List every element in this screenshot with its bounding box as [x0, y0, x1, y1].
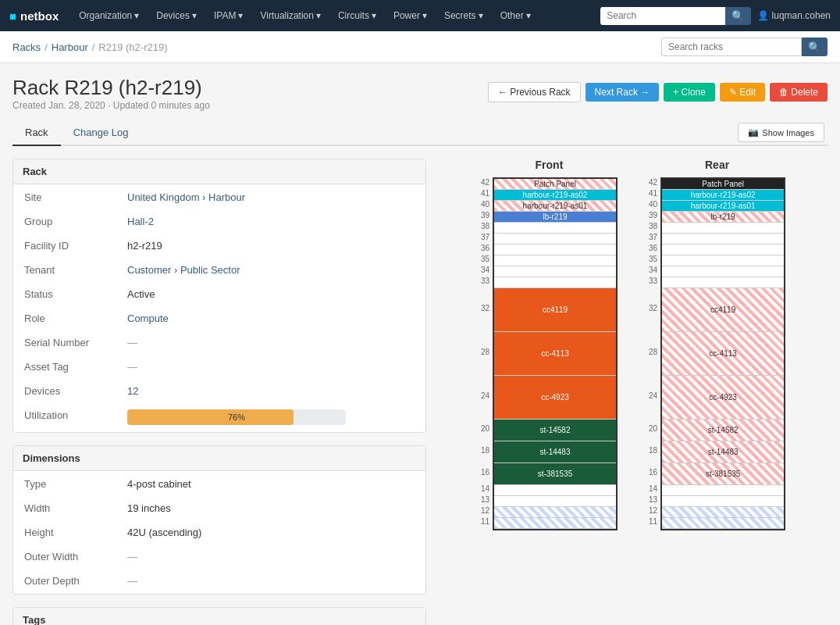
site-link[interactable]: United Kingdom › Harbour: [127, 191, 245, 203]
rack-slot[interactable]: [662, 234, 784, 245]
rack-slot[interactable]: harbour-r219-as01: [662, 201, 784, 212]
rack-number: 41: [481, 188, 489, 199]
rack-container: Front 4241403938373635343332282420181614…: [439, 159, 828, 530]
field-label: Facility ID: [15, 234, 116, 257]
clone-button[interactable]: + Clone: [664, 83, 715, 102]
field-label: Outer Depth: [15, 570, 116, 592]
field-value: 12: [118, 380, 424, 402]
rack-front-outer: 4241403938373635343332282420181614131211…: [481, 177, 618, 530]
role-link[interactable]: Compute: [127, 312, 169, 324]
rack-number: 14: [649, 484, 657, 495]
rack-slot[interactable]: [494, 245, 616, 255]
rack-slot[interactable]: harbour-r219-as02: [494, 190, 616, 201]
table-row: Status Active: [15, 283, 424, 305]
rack-number: 42: [649, 177, 657, 188]
table-row: Devices 12: [15, 380, 424, 402]
rack-slot[interactable]: [494, 518, 616, 529]
rack-slot[interactable]: [662, 277, 784, 288]
rack-slot[interactable]: [494, 496, 616, 507]
show-images-button[interactable]: 📷 Show Images: [738, 123, 824, 142]
rack-slot[interactable]: st-381535: [662, 463, 784, 485]
page-meta: Created Jan. 28, 2020 · Updated 0 minute…: [12, 100, 210, 111]
rack-slot[interactable]: cc-4113: [494, 332, 616, 376]
nav-ipam[interactable]: IPAM ▾: [206, 4, 251, 27]
search-button[interactable]: 🔍: [725, 7, 751, 25]
dimensions-table: Type 4-post cabinet Width 19 inches Heig…: [13, 471, 425, 594]
nav-virtualization[interactable]: Virtualization ▾: [252, 4, 328, 27]
rack-front-view: Front 4241403938373635343332282420181614…: [481, 159, 618, 530]
rack-slot[interactable]: cc-4923: [662, 376, 784, 420]
rack-slot[interactable]: [662, 223, 784, 234]
breadcrumb-harbour[interactable]: Harbour: [52, 41, 88, 53]
prev-rack-button[interactable]: ← Previous Rack: [488, 82, 581, 102]
rack-slot[interactable]: [662, 518, 784, 529]
rack-slot[interactable]: harbour-r219-as02: [662, 190, 784, 201]
rack-search-input[interactable]: [661, 38, 802, 56]
field-label: Type: [15, 473, 116, 495]
rack-number: 14: [481, 484, 489, 495]
nav-devices[interactable]: Devices ▾: [148, 4, 205, 27]
table-row: Type 4-post cabinet: [15, 473, 424, 495]
brand[interactable]: ■ netbox: [9, 9, 59, 23]
rack-slot[interactable]: cc-4923: [494, 376, 616, 420]
rack-slot[interactable]: [494, 507, 616, 518]
rack-slot[interactable]: [662, 496, 784, 507]
global-search: 🔍: [600, 7, 751, 25]
group-link[interactable]: Hall-2: [127, 216, 154, 227]
tab-rack[interactable]: Rack: [12, 120, 61, 146]
next-rack-button[interactable]: Next Rack →: [586, 83, 660, 102]
nav-other[interactable]: Other ▾: [493, 4, 539, 27]
nav-menu: Organization ▾ Devices ▾ IPAM ▾ Virtuali…: [71, 4, 600, 27]
rack-slot[interactable]: st-14582: [494, 420, 616, 441]
user-menu[interactable]: 👤 luqman.cohen: [757, 10, 831, 21]
rack-slot[interactable]: [662, 485, 784, 496]
rack-slot[interactable]: cc4119: [494, 288, 616, 332]
rack-slot[interactable]: [662, 507, 784, 518]
tab-change-log[interactable]: Change Log: [61, 120, 141, 146]
rack-slot[interactable]: Patch Panel: [662, 179, 784, 190]
rack-slot[interactable]: lb-r219: [662, 212, 784, 223]
rack-slot[interactable]: [494, 223, 616, 234]
rack-slot[interactable]: lb-r219: [494, 212, 616, 223]
rack-number: 13: [481, 495, 489, 505]
rack-slot[interactable]: st-14483: [662, 441, 784, 463]
field-label: Devices: [15, 380, 116, 402]
edit-button[interactable]: ✎ Edit: [720, 83, 765, 102]
field-label: Utilization: [15, 404, 116, 430]
rack-number: 35: [649, 254, 657, 265]
utilization-bar: 76%: [127, 409, 346, 425]
nav-circuits[interactable]: Circuits ▾: [330, 4, 384, 27]
rack-slot[interactable]: [494, 255, 616, 266]
rack-slot[interactable]: cc4119: [662, 288, 784, 332]
nav-organization[interactable]: Organization ▾: [71, 4, 147, 27]
table-row: Outer Depth —: [15, 570, 424, 592]
rack-slot[interactable]: st-14582: [662, 420, 784, 441]
delete-button[interactable]: 🗑 Delete: [770, 83, 828, 102]
rack-slot[interactable]: cc-4113: [662, 332, 784, 376]
rack-slot[interactable]: [494, 266, 616, 277]
rack-front-numbers: 4241403938373635343332282420181614131211: [481, 177, 489, 530]
rack-slot[interactable]: st-14483: [494, 441, 616, 463]
rack-number: 39: [649, 210, 657, 221]
rack-slot[interactable]: [662, 255, 784, 266]
rack-slot[interactable]: harbour-r219-as01: [494, 201, 616, 212]
tenant-link[interactable]: Customer › Public Sector: [127, 264, 240, 276]
rack-search-button[interactable]: 🔍: [802, 38, 828, 56]
rack-number: 38: [481, 221, 489, 232]
nav-secrets[interactable]: Secrets ▾: [436, 4, 491, 27]
rack-slot[interactable]: Patch Panel: [494, 179, 616, 190]
table-row: Facility ID h2-r219: [15, 234, 424, 257]
table-row: Utilization 76%: [15, 404, 424, 430]
devices-link[interactable]: 12: [127, 385, 138, 397]
field-value: United Kingdom › Harbour: [118, 186, 424, 209]
rack-number: 42: [481, 177, 489, 188]
nav-power[interactable]: Power ▾: [386, 4, 435, 27]
rack-slot[interactable]: [662, 245, 784, 255]
search-input[interactable]: [600, 7, 725, 25]
rack-slot[interactable]: [494, 277, 616, 288]
rack-slot[interactable]: st-381535: [494, 463, 616, 485]
rack-slot[interactable]: [494, 485, 616, 496]
rack-slot[interactable]: [494, 234, 616, 245]
breadcrumb-racks[interactable]: Racks: [12, 41, 41, 53]
rack-slot[interactable]: [662, 266, 784, 277]
